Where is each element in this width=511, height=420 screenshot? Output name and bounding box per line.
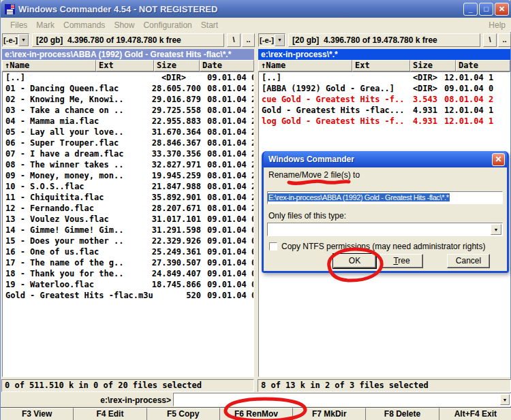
ntfs-permissions-checkbox[interactable]: Copy NTFS permissions (may need administ… <box>269 242 485 251</box>
left-free-space[interactable]: [20 gb] 4.396.780 of 19.478.780 k free <box>32 33 224 47</box>
command-line-input[interactable]: ▼ <box>173 393 511 406</box>
file-date: 09.01.04 0 <box>207 246 254 257</box>
left-drive-combo[interactable]: [-e-] ▼ <box>2 33 29 47</box>
right-path-bar[interactable]: e:\rex-in-process\*.* <box>258 49 510 60</box>
column-header-date[interactable]: Date <box>456 60 510 71</box>
file-type-combo[interactable]: ▼ <box>267 223 503 236</box>
file-size: <DIR> <box>376 83 437 94</box>
file-row[interactable]: 09 - Money, money, mon..19.945.25908.01.… <box>3 170 253 181</box>
right-drive-combo[interactable]: [-e-] ▼ <box>258 33 285 47</box>
rename-target-value: E:\rex-in-process\ABBA (1992) Gold - Gre… <box>268 193 450 201</box>
file-row[interactable]: log Gold - Greatest Hits -f..4.93112.01.… <box>259 116 510 127</box>
column-header-size[interactable]: Size <box>154 60 200 71</box>
left-path-bar[interactable]: e:\rex-in-process\ABBA (1992) Gold - Gre… <box>2 49 254 60</box>
minimize-button[interactable]: _ <box>463 3 478 16</box>
file-row[interactable]: 08 - The winner takes ..32.827.97108.01.… <box>3 159 253 170</box>
file-row[interactable]: [ABBA (1992) Gold - Grea..]<DIR>09.01.04… <box>259 83 510 94</box>
file-size: 28.846.367 <box>136 138 201 148</box>
chevron-down-icon[interactable]: ▼ <box>500 394 510 405</box>
fkey-f4-edit[interactable]: F4 Edit <box>73 408 146 420</box>
maximize-button[interactable]: □ <box>479 3 493 16</box>
right-root-button[interactable]: \ <box>483 33 497 47</box>
file-name: [ABBA (1992) Gold - Grea..] <box>262 83 394 94</box>
menu-item-show[interactable]: Show <box>114 20 134 30</box>
right-status-bar: 8 of 13 k in 2 of 3 files selected <box>258 379 511 392</box>
column-header-size[interactable]: Size <box>410 60 456 71</box>
title-bar[interactable]: Windows Commander 4.54 - NOT REGISTERED … <box>1 0 511 18</box>
file-name: 13 - Voulez Vous.flac <box>5 214 109 225</box>
menu-item-commands[interactable]: Commands <box>63 20 105 30</box>
right-free-space[interactable]: [20 gb] 4.396.780 of 19.478.780 k free <box>288 33 480 47</box>
file-row[interactable]: 17 - The name of the g..27.390.50709.01.… <box>3 257 253 268</box>
file-date: 08.01.04 2 <box>444 94 493 105</box>
left-up-button[interactable]: .. <box>242 33 255 47</box>
file-size: 27.390.507 <box>136 257 201 268</box>
file-row[interactable]: 11 - Chiquitita.flac35.892.90108.01.04 2 <box>3 192 253 203</box>
file-size: <DIR> <box>136 72 201 83</box>
file-row[interactable]: 15 - Does your mother ..22.329.92609.01.… <box>3 236 253 246</box>
column-header-ext[interactable]: Ext <box>96 60 154 71</box>
file-row[interactable]: 01 - Dancing Queen.flac28.605.70008.01.0… <box>3 83 253 94</box>
file-date: 12.01.04 1 <box>444 72 493 83</box>
left-root-button[interactable]: \ <box>227 33 241 47</box>
file-date: 09.01.04 0 <box>207 268 254 279</box>
file-row[interactable]: 10 - S.O.S..flac21.847.98808.01.04 2 <box>3 181 253 192</box>
column-header-ext[interactable]: Ext <box>352 60 410 71</box>
file-row[interactable]: [..]<DIR>12.01.04 1 <box>259 72 510 83</box>
ntfs-permissions-label: Copy NTFS permissions (may need administ… <box>281 242 485 251</box>
file-size: 31.017.101 <box>136 214 201 225</box>
command-prompt-label: e:\rex-in-process> <box>1 394 171 406</box>
fkey-f8-delete[interactable]: F8 Delete <box>365 408 438 420</box>
menu-item-help[interactable]: Help <box>489 20 506 30</box>
file-row[interactable]: 14 - Gimme! Gimme! Gim..31.291.59809.01.… <box>3 225 253 236</box>
file-row[interactable]: Gold - Greatest Hits -flac.m3u52009.01.0… <box>3 290 253 301</box>
fkey-f3-view[interactable]: F3 View <box>1 408 73 420</box>
file-row[interactable]: 19 - Waterloo.flac18.745.86609.01.04 0 <box>3 279 253 290</box>
right-up-button[interactable]: .. <box>498 33 511 47</box>
checkbox-icon[interactable] <box>269 242 277 251</box>
chevron-down-icon[interactable]: ▼ <box>275 34 285 46</box>
fkey-f7-mkdir[interactable]: F7 MkDir <box>292 408 365 420</box>
file-size: 4.931 <box>376 116 437 127</box>
file-date: 08.01.04 2 <box>207 94 254 105</box>
rename-target-input[interactable]: E:\rex-in-process\ABBA (1992) Gold - Gre… <box>267 191 503 204</box>
file-row[interactable]: 04 - Mamma mia.flac22.955.88308.01.04 2 <box>3 116 253 127</box>
file-row[interactable]: 16 - One of us.flac25.249.36109.01.04 0 <box>3 246 253 257</box>
file-date: 09.01.04 0 <box>444 83 493 94</box>
file-row[interactable]: Gold - Greatest Hits -flac...4.93112.01.… <box>259 105 510 116</box>
file-row[interactable]: 18 - Thank you for the..24.849.40709.01.… <box>3 268 253 279</box>
dialog-body: Rename/Move 2 file(s) to E:\rex-in-proce… <box>264 167 507 271</box>
chevron-down-icon[interactable]: ▼ <box>491 224 501 235</box>
file-row[interactable]: 12 - Fernando.flac28.207.67108.01.04 2 <box>3 203 253 214</box>
file-row[interactable]: cue Gold - Greatest Hits -f..3.54308.01.… <box>259 94 510 105</box>
dialog-title-bar[interactable]: Windows Commander ✕ <box>264 151 507 167</box>
fkey-f5-copy[interactable]: F5 Copy <box>146 408 219 420</box>
menu-item-files[interactable]: Files <box>10 20 27 30</box>
file-size: 29.725.558 <box>136 105 201 116</box>
file-row[interactable]: 05 - Lay all your love..31.670.36408.01.… <box>3 127 253 138</box>
file-row[interactable]: 13 - Voulez Vous.flac31.017.10109.01.04 … <box>3 214 253 225</box>
column-header-name[interactable]: ↑Name <box>2 60 96 71</box>
fkey-f6-renmov[interactable]: F6 RenMov <box>219 408 292 420</box>
column-header-date[interactable]: Date <box>200 60 254 71</box>
menu-item-mark[interactable]: Mark <box>36 20 55 30</box>
menu-item-start[interactable]: Start <box>201 20 218 30</box>
window-title: Windows Commander 4.54 - NOT REGISTERED <box>18 4 462 14</box>
file-row[interactable]: 02 - Knowing Me, Knowi..29.016.87908.01.… <box>3 94 253 105</box>
ok-button[interactable]: OK <box>333 254 376 268</box>
file-row[interactable]: [..]<DIR>09.01.04 0 <box>3 72 253 83</box>
file-row[interactable]: 03 - Take a chance on ..29.725.55808.01.… <box>3 105 253 116</box>
file-date: 08.01.04 2 <box>207 138 254 148</box>
file-row[interactable]: 07 - I have a dream.flac33.370.35608.01.… <box>3 148 253 159</box>
fkey-alt-f4-exit[interactable]: Alt+F4 Exit <box>439 408 511 420</box>
menu-item-configuration[interactable]: Configuration <box>143 20 191 30</box>
chevron-down-icon[interactable]: ▼ <box>18 34 29 46</box>
close-button[interactable]: ✕ <box>495 3 509 16</box>
tree-button[interactable]: Tree <box>380 254 423 268</box>
file-row[interactable]: 06 - Super Trouper.flac28.846.36708.01.0… <box>3 138 253 148</box>
dialog-close-icon[interactable]: ✕ <box>492 153 505 166</box>
file-name: 15 - Does your mother .. <box>5 236 123 246</box>
column-header-name[interactable]: ↑Name <box>258 60 352 71</box>
file-name: Gold - Greatest Hits -flac.m3u <box>5 290 153 301</box>
cancel-button[interactable]: Cancel <box>447 254 490 268</box>
